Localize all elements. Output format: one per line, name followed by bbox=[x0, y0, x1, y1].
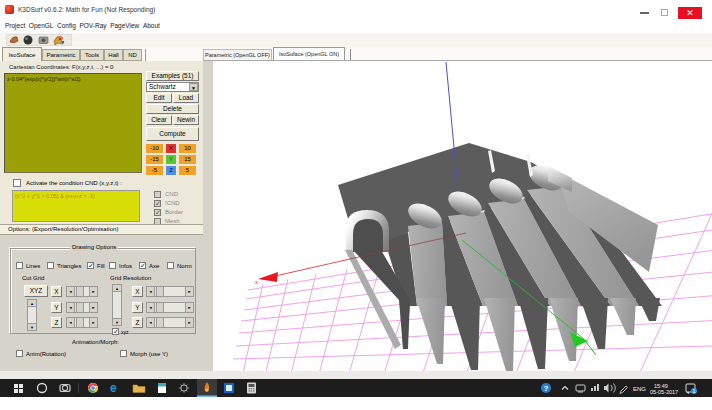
svg-text:e: e bbox=[110, 381, 117, 395]
svg-text:05-05-2017: 05-05-2017 bbox=[650, 389, 678, 395]
svg-text:x: x bbox=[255, 279, 258, 285]
svg-text:15:49: 15:49 bbox=[654, 383, 668, 389]
svg-text:ENG: ENG bbox=[633, 386, 646, 392]
svg-text:1: 1 bbox=[693, 388, 696, 394]
svg-text:?: ? bbox=[544, 384, 549, 393]
